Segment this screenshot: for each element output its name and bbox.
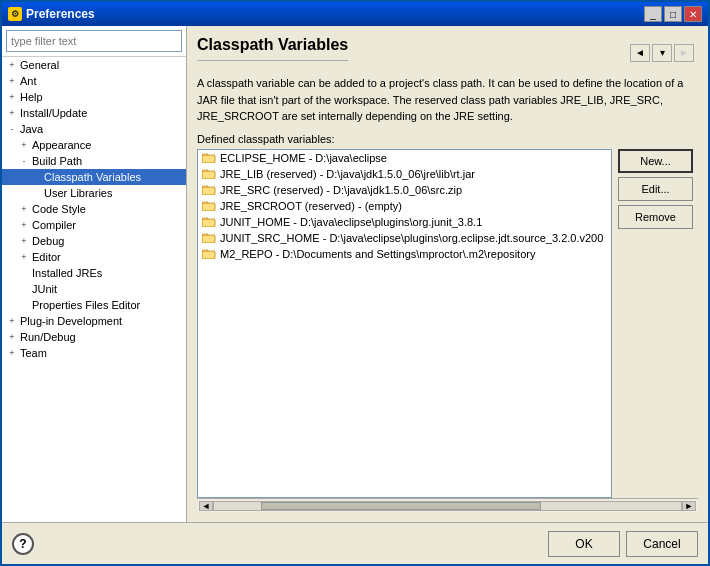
sidebar-item-plug-in-development[interactable]: + Plug-in Development	[2, 313, 186, 329]
classpath-item-jre-lib[interactable]: JRE_LIB (reserved) - D:\java\jdk1.5.0_06…	[198, 166, 611, 182]
sidebar-item-team[interactable]: + Team	[2, 345, 186, 361]
svg-rect-5	[203, 172, 214, 178]
sidebar-label-run-debug: Run/Debug	[18, 330, 78, 344]
svg-rect-14	[203, 220, 214, 226]
sidebar-item-classpath-variables[interactable]: Classpath Variables	[2, 169, 186, 185]
classpath-item-junit-home[interactable]: JUNIT_HOME - D:\java\eclipse\plugins\org…	[198, 214, 611, 230]
sidebar-item-help[interactable]: + Help	[2, 89, 186, 105]
new-button[interactable]: New...	[618, 149, 693, 173]
classpath-item-jre-src[interactable]: JRE_SRC (reserved) - D:\java\jdk1.5.0_06…	[198, 182, 611, 198]
sidebar-label-team: Team	[18, 346, 49, 360]
horizontal-scrollbar[interactable]	[213, 501, 682, 511]
sidebar-item-run-debug[interactable]: + Run/Debug	[2, 329, 186, 345]
sidebar-label-debug: Debug	[30, 234, 66, 248]
maximize-button[interactable]: □	[664, 6, 682, 22]
panel-title: Classpath Variables	[197, 36, 348, 61]
nav-forward-button[interactable]: ►	[674, 44, 694, 62]
nav-dropdown-button[interactable]: ▾	[652, 44, 672, 62]
classpath-item-jre-srcroot[interactable]: JRE_SRCROOT (reserved) - (empty)	[198, 198, 611, 214]
classpath-item-junit-src-home[interactable]: JUNIT_SRC_HOME - D:\java\eclipse\plugins…	[198, 230, 611, 246]
scrollbar-area: ◄ ►	[197, 498, 698, 512]
window-icon: ⚙	[8, 7, 22, 21]
remove-button[interactable]: Remove	[618, 205, 693, 229]
footer-left: ?	[12, 533, 34, 555]
sidebar-label-installed-jres: Installed JREs	[30, 266, 104, 280]
sidebar-item-appearance[interactable]: + Appearance	[2, 137, 186, 153]
sidebar-item-compiler[interactable]: + Compiler	[2, 217, 186, 233]
toggle-editor[interactable]: +	[18, 251, 30, 263]
close-button[interactable]: ✕	[684, 6, 702, 22]
svg-rect-11	[203, 204, 214, 210]
toggle-run-debug[interactable]: +	[6, 331, 18, 343]
toggle-appearance[interactable]: +	[18, 139, 30, 151]
folder-icon-jre-srcroot	[202, 200, 216, 212]
nav-back-button[interactable]: ◄	[630, 44, 650, 62]
classpath-list[interactable]: ECLIPSE_HOME - D:\java\eclipse JRE_LIB (…	[197, 149, 612, 499]
scroll-thumb[interactable]	[261, 502, 541, 510]
window-title: Preferences	[26, 7, 95, 21]
ok-button[interactable]: OK	[548, 531, 620, 557]
sidebar-item-user-libraries[interactable]: User Libraries	[2, 185, 186, 201]
toggle-debug[interactable]: +	[18, 235, 30, 247]
title-buttons: _ □ ✕	[644, 6, 702, 22]
toggle-code-style[interactable]: +	[18, 203, 30, 215]
classpath-text-jre-lib: JRE_LIB (reserved) - D:\java\jdk1.5.0_06…	[220, 168, 475, 180]
svg-rect-1	[202, 154, 208, 156]
sidebar-item-junit[interactable]: JUnit	[2, 281, 186, 297]
main-panel: Classpath Variables ◄ ▾ ► A classpath va…	[187, 26, 708, 522]
folder-icon-jre-lib	[202, 168, 216, 180]
edit-button[interactable]: Edit...	[618, 177, 693, 201]
minimize-button[interactable]: _	[644, 6, 662, 22]
svg-rect-19	[202, 250, 208, 252]
sidebar-item-editor[interactable]: + Editor	[2, 249, 186, 265]
sidebar-item-installed-jres[interactable]: Installed JREs	[2, 265, 186, 281]
sidebar-item-install-update[interactable]: + Install/Update	[2, 105, 186, 121]
sidebar-item-build-path[interactable]: - Build Path	[2, 153, 186, 169]
sidebar-label-code-style: Code Style	[30, 202, 88, 216]
toggle-team[interactable]: +	[6, 347, 18, 359]
svg-rect-17	[203, 236, 214, 242]
toggle-build-path[interactable]: -	[18, 155, 30, 167]
sidebar-label-install-update: Install/Update	[18, 106, 89, 120]
toggle-properties-files-editor	[18, 299, 30, 311]
toggle-java[interactable]: -	[6, 123, 18, 135]
tree-container: + General + Ant + Help +	[2, 57, 186, 522]
cancel-button[interactable]: Cancel	[626, 531, 698, 557]
sidebar-item-debug[interactable]: + Debug	[2, 233, 186, 249]
footer: ? OK Cancel	[2, 522, 708, 564]
scroll-left-button[interactable]: ◄	[199, 501, 213, 511]
sidebar-label-junit: JUnit	[30, 282, 59, 296]
sidebar-label-ant: Ant	[18, 74, 39, 88]
toggle-plug-in-development[interactable]: +	[6, 315, 18, 327]
classpath-item-m2-repo[interactable]: M2_REPO - D:\Documents and Settings\mpro…	[198, 246, 611, 262]
toggle-general[interactable]: +	[6, 59, 18, 71]
sidebar-label-classpath-variables: Classpath Variables	[42, 170, 143, 184]
filter-input[interactable]	[6, 30, 182, 52]
svg-rect-7	[202, 186, 208, 188]
help-button[interactable]: ?	[12, 533, 34, 555]
classpath-text-m2-repo: M2_REPO - D:\Documents and Settings\mpro…	[220, 248, 535, 260]
title-bar: ⚙ Preferences _ □ ✕	[2, 2, 708, 26]
sidebar-label-plug-in-development: Plug-in Development	[18, 314, 124, 328]
sidebar-item-ant[interactable]: + Ant	[2, 73, 186, 89]
svg-rect-16	[202, 234, 208, 236]
sidebar-item-properties-files-editor[interactable]: Properties Files Editor	[2, 297, 186, 313]
classpath-item-eclipse-home[interactable]: ECLIPSE_HOME - D:\java\eclipse	[198, 150, 611, 166]
sidebar-item-java[interactable]: - Java	[2, 121, 186, 137]
toggle-compiler[interactable]: +	[18, 219, 30, 231]
toggle-classpath-variables	[30, 171, 42, 183]
classpath-text-jre-src: JRE_SRC (reserved) - D:\java\jdk1.5.0_06…	[220, 184, 462, 196]
sidebar-item-code-style[interactable]: + Code Style	[2, 201, 186, 217]
toggle-ant[interactable]: +	[6, 75, 18, 87]
scroll-right-button[interactable]: ►	[682, 501, 696, 511]
svg-rect-10	[202, 202, 208, 204]
content-area: + General + Ant + Help +	[2, 26, 708, 522]
toggle-install-update[interactable]: +	[6, 107, 18, 119]
toggle-help[interactable]: +	[6, 91, 18, 103]
panel-header-row: Classpath Variables ◄ ▾ ►	[197, 36, 698, 69]
folder-icon-junit-src-home	[202, 232, 216, 244]
description-text: A classpath variable can be added to a p…	[197, 75, 698, 125]
sidebar-item-general[interactable]: + General	[2, 57, 186, 73]
svg-rect-4	[202, 170, 208, 172]
toggle-user-libraries	[30, 187, 42, 199]
